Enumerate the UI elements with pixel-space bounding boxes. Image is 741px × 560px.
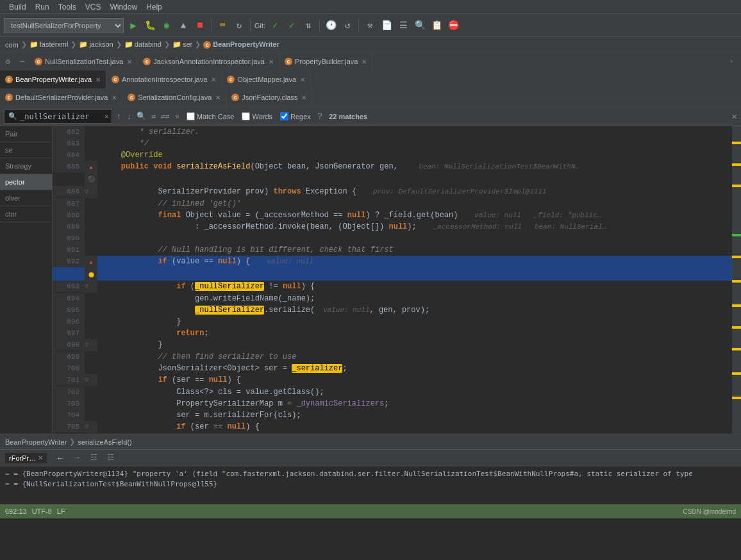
menu-item-tools[interactable]: Tools [54, 1, 80, 13]
tab-label: BeanPropertyWriter.java [15, 76, 92, 83]
sidebar-item-pair[interactable]: Pair [0, 126, 52, 142]
tabs-container: ⚙ — c NullSerializationTest.java ✕ c Jac… [0, 53, 741, 107]
tab-settings-button[interactable]: ⚙ [0, 53, 15, 70]
menu-item-vcs[interactable]: VCS [81, 1, 105, 13]
search-find-button[interactable]: 🔍 [135, 111, 147, 121]
code-scroll-area[interactable]: 682 * serializer. 683 */ 684 @Override [53, 126, 732, 434]
code-line-685: 685 ● ⚫ public void serializeAsField(Obj… [53, 161, 732, 186]
breadcrumb-file[interactable]: cBeanPropertyWriter [203, 40, 279, 49]
tab-icon: c [227, 76, 235, 83]
run-button[interactable]: ▶ [126, 19, 140, 33]
match-case-option[interactable]: Match Case [184, 112, 237, 120]
coverage-button[interactable]: ◉ [160, 19, 174, 33]
tab-close-button[interactable]: ✕ [96, 76, 101, 83]
git-commit-button[interactable]: ✓ [285, 19, 299, 33]
tab-close-button[interactable]: ✕ [211, 76, 216, 83]
right-scroll-gutter[interactable] [732, 126, 741, 434]
profile-button[interactable]: ▲ [176, 19, 190, 33]
regex-help-button[interactable]: ? [316, 111, 324, 122]
tab-icon: c [5, 76, 13, 83]
code-line-705: 705 ▽ if (ser == null) { [53, 421, 732, 433]
android-button[interactable]: ⛔ [446, 19, 460, 33]
menu-item-help[interactable]: Help [142, 1, 166, 13]
code-line-704: 704 ser = m.serializerFor(cls); [53, 409, 732, 421]
search-prev-button[interactable]: ↑ [115, 111, 122, 122]
bottom-breadcrumb-method[interactable]: serializeAsField() [78, 438, 131, 446]
todo-button[interactable]: 📋 [429, 19, 444, 33]
bottom-tab-close-button[interactable]: ✕ [38, 454, 43, 461]
code-line-689: 689 : _accessorMethod.invoke(bean, (Obje… [53, 221, 732, 233]
tab-close-button[interactable]: ✕ [269, 58, 274, 65]
search-replace-all-button[interactable]: ⇄⇄ [160, 112, 171, 120]
words-option[interactable]: Words [239, 112, 275, 120]
scroll-right-button[interactable]: › [724, 54, 738, 69]
sidebar-item-se[interactable]: se [0, 142, 52, 158]
menu-item-build[interactable]: Build [5, 1, 30, 13]
sidebar-item-pector[interactable]: pector [0, 174, 52, 190]
tab-propertybuilder[interactable]: c PropertyBuilder.java ✕ [279, 53, 372, 70]
regex-option[interactable]: Regex [278, 112, 313, 120]
tab-close-button[interactable]: ✕ [362, 58, 367, 65]
build-button[interactable]: ⌨ [215, 19, 229, 33]
sidebar-item-olver[interactable]: olver [0, 190, 52, 206]
bottom-toolbar-tree[interactable]: ☷ [103, 451, 117, 465]
tab-icon: c [128, 94, 135, 101]
tab-icon: c [285, 58, 292, 65]
toolbar: testNullSerializerForProperty ▶ 🐛 ◉ ▲ ■ … [0, 14, 741, 37]
search-clear-button[interactable]: ✕ [104, 112, 109, 120]
match-case-checkbox[interactable] [187, 112, 195, 120]
regex-checkbox[interactable] [280, 112, 288, 120]
terminal-button[interactable]: ⚒ [363, 19, 377, 33]
bottom-breadcrumb-class[interactable]: BeanPropertyWriter [5, 438, 67, 446]
tab-close-button[interactable]: ✕ [215, 94, 221, 101]
tab-close-button[interactable]: ✕ [301, 94, 306, 101]
breadcrumb-databind[interactable]: 📁databind [124, 40, 162, 49]
sidebar-item-ctor[interactable]: ctor [0, 206, 52, 222]
search-close-button[interactable]: ✕ [732, 111, 737, 122]
git-update-button[interactable]: ⇅ [301, 19, 315, 33]
tab-minimize-button[interactable]: — [15, 54, 29, 69]
bottom-toolbar-table[interactable]: ☷ [87, 451, 101, 465]
tab-annotationintrospector[interactable]: c AnnotationIntrospector.java ✕ [106, 70, 222, 88]
tab-beanpropertywriter[interactable]: c BeanPropertyWriter.java ✕ [0, 70, 106, 88]
tab-objectmapper[interactable]: c ObjectMapper.java ✕ [222, 70, 311, 88]
run-config-dropdown[interactable]: testNullSerializerForProperty [4, 18, 124, 33]
find-button[interactable]: 🔍 [413, 19, 427, 33]
code-line-698: 698 ▽ } [53, 339, 732, 351]
menu-item-window[interactable]: Window [106, 1, 141, 13]
search-next-button[interactable]: ↓ [125, 111, 133, 122]
tab-serializationconfig[interactable]: c SerializationConfig.java ✕ [122, 88, 226, 106]
sidebar-item-strategy[interactable]: Strategy [0, 158, 52, 174]
bottom-tab-rforpr[interactable]: rForPr… ✕ [5, 453, 47, 463]
database-button[interactable]: 📄 [379, 19, 394, 33]
tab-nullserializationtest[interactable]: c NullSerializationTest.java ✕ [29, 53, 138, 70]
revert-button[interactable]: ↺ [340, 19, 354, 33]
sync-button[interactable]: ↻ [232, 19, 246, 33]
menu-item-run[interactable]: Run [31, 1, 53, 13]
tab-jacksonannotationintrospector[interactable]: c JacksonAnnotationIntrospector.java ✕ [138, 53, 279, 70]
tab-close-button[interactable]: ✕ [112, 94, 117, 101]
breadcrumb-jackson[interactable]: 📁jackson [79, 40, 113, 49]
tab-close-button[interactable]: ✕ [127, 58, 132, 65]
layout-button[interactable]: ☰ [396, 19, 410, 33]
breadcrumb-com[interactable]: com [5, 41, 19, 49]
code-line-691: 691 // Null handling is bit different, c… [53, 244, 732, 256]
history-button[interactable]: 🕐 [324, 19, 338, 33]
git-check-button[interactable]: ✓ [268, 19, 282, 33]
search-replace-button[interactable]: ⇄ [150, 112, 157, 120]
tab-jsonfactory[interactable]: c JsonFactory.class ✕ [226, 88, 312, 106]
menu-bar: Build Run Tools VCS Window Help [0, 0, 741, 14]
tab-label: ObjectMapper.java [237, 76, 296, 83]
stop-button[interactable]: ■ [193, 19, 207, 33]
search-filter-button[interactable]: ▿ [173, 111, 181, 122]
breadcrumb-fasterxml[interactable]: 📁fasterxml [29, 40, 69, 49]
bottom-toolbar-back[interactable]: ← [53, 451, 67, 465]
bottom-toolbar-forward[interactable]: → [70, 451, 84, 465]
tab-defaultserializerprovider[interactable]: c DefaultSerializerProvider.java ✕ [0, 88, 122, 106]
words-checkbox[interactable] [242, 112, 250, 120]
words-label: Words [252, 113, 272, 120]
search-input[interactable] [20, 112, 103, 121]
debug-button[interactable]: 🐛 [143, 19, 157, 33]
tab-close-button[interactable]: ✕ [300, 76, 305, 83]
breadcrumb-ser[interactable]: 📁ser [172, 40, 192, 49]
